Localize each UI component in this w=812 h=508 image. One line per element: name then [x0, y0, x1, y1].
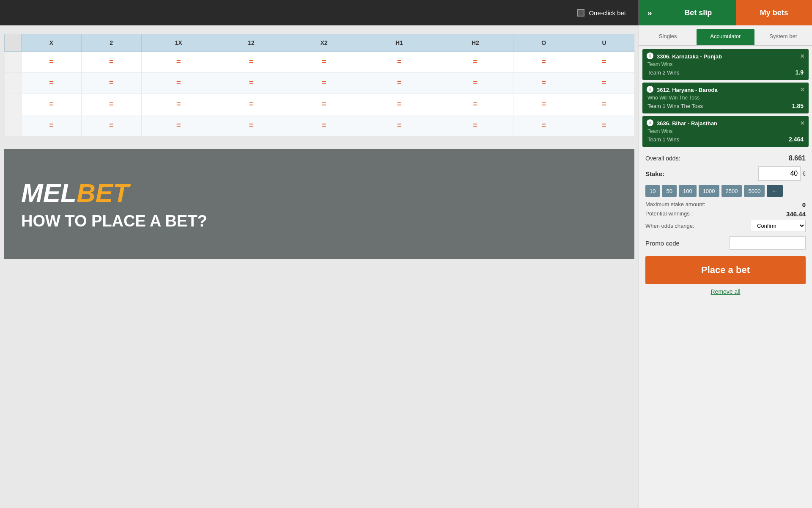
promo-code-input[interactable]	[730, 236, 806, 250]
odds-cell[interactable]: =	[22, 52, 82, 73]
odds-table-container: X 2 1X 12 X2 H1 H2 O U =================…	[4, 34, 634, 136]
odds-cell[interactable]: =	[81, 94, 141, 115]
potential-winnings-label: Potential winnings :	[645, 210, 693, 218]
bet-type-tabs: Singles Accumulator System bet	[639, 25, 812, 46]
col-header-1x: 1X	[141, 34, 216, 52]
odds-cell[interactable]: =	[437, 52, 513, 73]
odds-table: X 2 1X 12 X2 H1 H2 O U =================…	[4, 34, 634, 136]
overall-odds-value: 8.661	[789, 155, 806, 162]
one-click-checkbox[interactable]	[577, 9, 584, 17]
banner-logo: MELBET	[21, 178, 617, 208]
quick-stake-button[interactable]: 2500	[721, 185, 742, 197]
odds-cell[interactable]: =	[22, 94, 82, 115]
bet-item-market: Who Will Win The Toss	[647, 95, 804, 101]
odds-cell[interactable]: =	[81, 73, 141, 94]
bet-item-market: Team Wins	[647, 128, 804, 134]
quick-stake-button[interactable]: 10	[645, 185, 660, 197]
col-header-2: 2	[81, 34, 141, 52]
row-label	[5, 52, 22, 73]
odds-cell[interactable]: =	[513, 73, 574, 94]
tab-bet-slip[interactable]: Bet slip	[660, 0, 736, 25]
quick-stake-button[interactable]: 1000	[699, 185, 719, 197]
odds-cell[interactable]: =	[287, 73, 361, 94]
bet-item: i × 3612. Haryana - Baroda Who Will Win …	[642, 83, 809, 113]
odds-cell[interactable]: =	[437, 115, 513, 136]
col-header-x: X	[22, 34, 82, 52]
table-row: =========	[5, 94, 634, 115]
bet-item-selection: Team 2 Wins	[647, 69, 679, 76]
odds-cell[interactable]: =	[361, 52, 437, 73]
stake-input[interactable]	[758, 166, 801, 181]
odds-cell[interactable]: =	[513, 115, 574, 136]
remove-all-link[interactable]: Remove all	[645, 288, 806, 295]
one-click-bet-toggle[interactable]: One-click bet	[577, 9, 626, 17]
banner-subtitle: HOW TO PLACE A BET?	[21, 212, 617, 230]
tab-accumulator[interactable]: Accumulator	[697, 29, 754, 45]
odds-change-select[interactable]: Confirm	[751, 220, 806, 232]
bet-item-info-icon: i	[647, 119, 653, 126]
stake-label: Stake:	[645, 170, 664, 177]
odds-cell[interactable]: =	[574, 115, 634, 136]
odds-cell[interactable]: =	[361, 73, 437, 94]
bet-item-selection: Team 1 Wins	[647, 136, 679, 143]
quick-stake-button[interactable]: 100	[679, 185, 697, 197]
logo-bet: BET	[77, 178, 129, 207]
odds-cell[interactable]: =	[287, 52, 361, 73]
promo-code-label: Promo code	[645, 240, 680, 247]
bet-item-close-icon[interactable]: ×	[801, 119, 804, 127]
table-row: =========	[5, 52, 634, 73]
bet-item: i × 3636. Bihar - Rajasthan Team Wins Te…	[642, 116, 809, 147]
odds-cell[interactable]: =	[437, 73, 513, 94]
odds-cell[interactable]: =	[437, 94, 513, 115]
odds-cell[interactable]: =	[216, 52, 287, 73]
max-stake-label: Maximum stake amount:	[645, 201, 705, 208]
quick-stake-button[interactable]: 5000	[744, 185, 765, 197]
bet-summary: Overall odds: 8.661 Stake: € 10501001000…	[639, 150, 812, 299]
quick-stakes-row: 1050100100025005000←	[645, 185, 806, 197]
sidebar: » Bet slip My bets Singles Accumulator S…	[639, 0, 812, 508]
top-bar: One-click bet	[0, 0, 639, 25]
bet-item-close-icon[interactable]: ×	[801, 52, 804, 60]
odds-cell[interactable]: =	[513, 94, 574, 115]
stake-backspace-button[interactable]: ←	[767, 185, 783, 197]
place-bet-button[interactable]: Place a bet	[645, 256, 806, 284]
odds-cell[interactable]: =	[141, 52, 216, 73]
promo-code-row: Promo code	[645, 236, 806, 250]
tab-my-bets[interactable]: My bets	[736, 0, 812, 25]
odds-cell[interactable]: =	[216, 94, 287, 115]
stake-row: Stake: €	[645, 166, 806, 181]
odds-cell[interactable]: =	[574, 94, 634, 115]
odds-cell[interactable]: =	[216, 115, 287, 136]
odds-cell[interactable]: =	[141, 94, 216, 115]
odds-cell[interactable]: =	[81, 52, 141, 73]
odds-cell[interactable]: =	[513, 52, 574, 73]
sidebar-chevron[interactable]: »	[639, 0, 660, 25]
bet-item-footer: Team 1 Wins The Toss 1.85	[647, 102, 804, 109]
odds-cell[interactable]: =	[216, 73, 287, 94]
max-stake-row: Maximum stake amount: 0	[645, 201, 806, 208]
odds-cell[interactable]: =	[22, 73, 82, 94]
odds-cell[interactable]: =	[81, 115, 141, 136]
odds-cell[interactable]: =	[361, 94, 437, 115]
bet-item-info-icon: i	[647, 52, 653, 59]
bet-item-odds: 2.464	[789, 136, 804, 143]
stake-input-wrap: €	[758, 166, 806, 181]
tab-singles[interactable]: Singles	[639, 29, 697, 45]
bet-item-footer: Team 2 Wins 1.9	[647, 69, 804, 76]
col-header-h2: H2	[437, 34, 513, 52]
odds-cell[interactable]: =	[22, 115, 82, 136]
bet-item-close-icon[interactable]: ×	[801, 86, 804, 94]
table-row: =========	[5, 73, 634, 94]
odds-cell[interactable]: =	[141, 73, 216, 94]
odds-cell[interactable]: =	[574, 73, 634, 94]
odds-cell[interactable]: =	[141, 115, 216, 136]
odds-cell[interactable]: =	[361, 115, 437, 136]
odds-cell[interactable]: =	[574, 52, 634, 73]
overall-odds-row: Overall odds: 8.661	[645, 155, 806, 162]
col-header-u: U	[574, 34, 634, 52]
odds-cell[interactable]: =	[287, 94, 361, 115]
odds-cell[interactable]: =	[287, 115, 361, 136]
tab-system[interactable]: System bet	[754, 29, 812, 45]
quick-stake-button[interactable]: 50	[662, 185, 676, 197]
bet-item-title: 3612. Haryana - Baroda	[657, 87, 804, 93]
